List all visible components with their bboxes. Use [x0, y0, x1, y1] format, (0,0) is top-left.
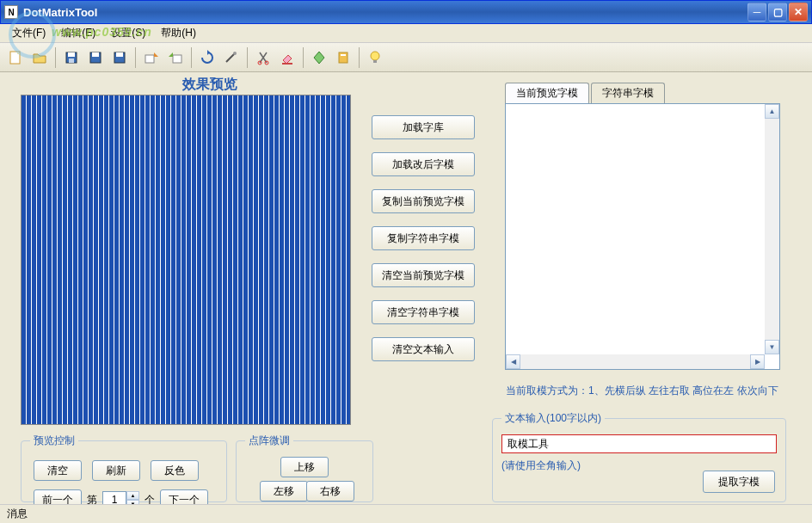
tab-current-preview[interactable]: 当前预览字模: [505, 83, 589, 103]
close-button[interactable]: ✕: [789, 3, 808, 22]
export-icon[interactable]: [141, 47, 162, 68]
svg-rect-9: [173, 55, 181, 63]
copy-string-button[interactable]: 复制字符串字模: [372, 226, 475, 250]
minimize-button[interactable]: ─: [747, 3, 766, 22]
svg-rect-7: [116, 52, 123, 57]
toolbar: [0, 43, 812, 72]
scroll-up-icon[interactable]: ▲: [765, 104, 779, 119]
svg-rect-3: [69, 58, 74, 63]
preview-control-legend: 预览控制: [30, 434, 78, 448]
window-title: DotMatrixTool: [23, 6, 747, 19]
load-font-button[interactable]: 加载字库: [372, 115, 475, 139]
save2-icon[interactable]: [85, 47, 106, 68]
load-modified-button[interactable]: 加载改后字模: [372, 152, 475, 176]
spin-up-icon[interactable]: ▲: [126, 491, 139, 500]
scrollbar-horizontal[interactable]: ◀ ▶: [506, 354, 765, 369]
text-input-field[interactable]: [501, 434, 777, 453]
save3-icon[interactable]: [109, 47, 130, 68]
text-input-group: 文本输入(100字以内) (请使用全角输入) 提取字模: [492, 411, 786, 502]
clear-string-button[interactable]: 清空字符串字模: [372, 300, 475, 324]
svg-rect-5: [92, 52, 99, 57]
tab-string[interactable]: 字符串字模: [591, 83, 665, 103]
preview-control-group: 预览控制 清空 刷新 反色 前一个 第 ▲ ▼ 个 下一个: [21, 434, 227, 502]
refresh-icon[interactable]: [197, 47, 218, 68]
move-right-button[interactable]: 右移: [306, 481, 354, 501]
cut-icon[interactable]: [253, 47, 274, 68]
refresh-button[interactable]: 刷新: [92, 460, 140, 481]
clear-text-button[interactable]: 清空文本输入: [372, 337, 475, 361]
scrollbar-vertical[interactable]: ▲ ▼: [765, 104, 779, 354]
about-icon[interactable]: [333, 47, 354, 68]
clear-button[interactable]: 清空: [34, 460, 82, 481]
scroll-left-icon[interactable]: ◀: [506, 354, 520, 369]
dotmatrix-preview[interactable]: [21, 95, 351, 425]
extract-button[interactable]: 提取字模: [703, 471, 775, 493]
watermark-logo: [9, 11, 56, 58]
preview-title: 效果预览: [175, 76, 244, 94]
maximize-button[interactable]: ▢: [768, 3, 787, 22]
menu-help[interactable]: 帮助(H): [156, 24, 201, 42]
svg-rect-17: [373, 60, 377, 63]
move-left-button[interactable]: 左移: [260, 481, 308, 501]
titlebar: N DotMatrixTool ─ ▢ ✕: [0, 0, 812, 24]
watermark-text: www.pc0359.cn: [52, 25, 152, 39]
svg-rect-8: [145, 55, 154, 63]
save-icon[interactable]: [61, 47, 82, 68]
svg-rect-2: [68, 52, 75, 57]
help-icon[interactable]: [309, 47, 329, 68]
micro-adjust-legend: 点阵微调: [245, 434, 293, 448]
erase-icon[interactable]: [277, 47, 298, 68]
copy-current-button[interactable]: 复制当前预览字模: [372, 189, 475, 213]
text-input-legend: 文本输入(100字以内): [501, 411, 605, 426]
micro-adjust-group: 点阵微调 上移 左移 右移 下移: [236, 434, 373, 502]
scroll-right-icon[interactable]: ▶: [750, 354, 765, 369]
status-text: 消息: [7, 507, 28, 521]
tab-content-area: ▲ ▼ ◀ ▶: [505, 103, 780, 370]
invert-button[interactable]: 反色: [151, 460, 199, 481]
mode-description: 当前取模方式为：1、先横后纵 左往右取 高位在左 依次向下: [506, 384, 778, 398]
scroll-down-icon[interactable]: ▼: [765, 340, 779, 354]
import-icon[interactable]: [165, 47, 186, 68]
settings-icon[interactable]: [221, 47, 242, 68]
svg-rect-14: [339, 52, 348, 63]
svg-point-16: [371, 52, 379, 60]
statusbar: 消息: [0, 504, 812, 523]
move-up-button[interactable]: 上移: [280, 457, 329, 477]
clear-current-button[interactable]: 清空当前预览字模: [372, 263, 475, 287]
svg-point-10: [233, 52, 237, 55]
svg-rect-15: [341, 54, 346, 56]
menubar: 文件(F) 编辑(E) 设置(S) 帮助(H) www.pc0359.cn: [0, 24, 812, 43]
bulb-icon[interactable]: [365, 47, 385, 68]
